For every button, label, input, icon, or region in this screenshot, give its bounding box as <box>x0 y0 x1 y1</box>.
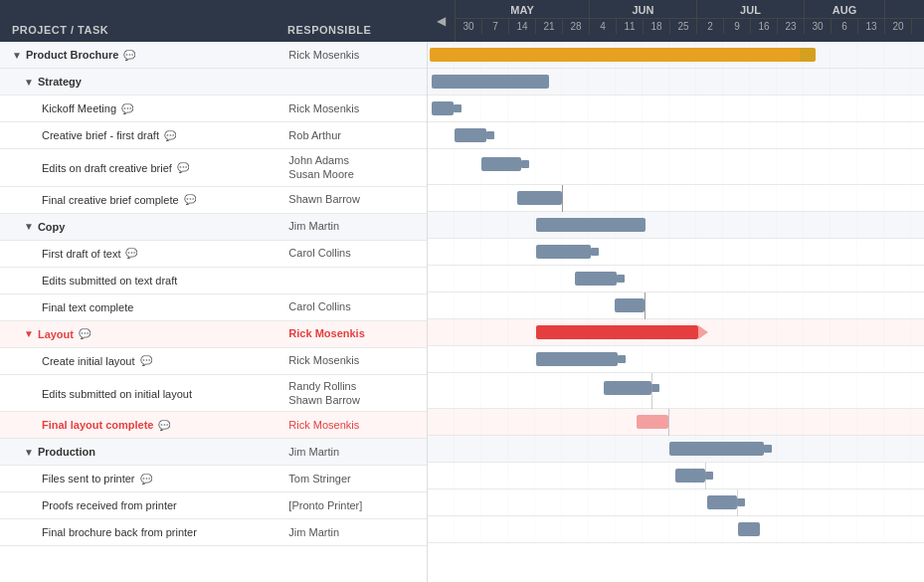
resp-layout: Rick Mosenkis <box>282 322 427 344</box>
task-col-production: ▼ Production <box>0 442 282 462</box>
date-20: 20 <box>885 19 912 34</box>
bar-strategy <box>432 75 549 89</box>
task-col-copy: ▼ Copy <box>0 217 282 237</box>
row-production: ▼ Production Jim Martin <box>0 439 427 466</box>
resp-first-draft-text: Carol Collins <box>282 242 427 264</box>
task-col-creative-brief: Creative brief - first draft 💬 <box>0 125 282 145</box>
month-jun: JUN <box>590 0 697 18</box>
task-name-create-layout: Create initial layout <box>42 355 135 367</box>
bar-edits-submitted-tab <box>617 275 625 283</box>
trow-product-brochure <box>428 42 924 69</box>
row-product-brochure: ▼ Product Brochure 💬 Rick Mosenkis <box>0 42 427 69</box>
resp-final-brochure: Jim Martin <box>282 521 427 543</box>
row-strategy: ▼ Strategy <box>0 69 427 96</box>
date-30-jul: 30 <box>805 19 832 34</box>
bar-layout-end <box>698 325 708 339</box>
comment-icon-edits-draft[interactable]: 💬 <box>177 162 189 173</box>
resp-edits-submitted <box>282 277 427 285</box>
comment-icon-create-layout[interactable]: 💬 <box>140 355 152 366</box>
nav-left-button[interactable]: ◀ <box>428 0 456 42</box>
expand-strategy[interactable]: ▼ <box>24 77 34 88</box>
expand-production[interactable]: ▼ <box>24 447 34 458</box>
bar-copy <box>536 218 646 232</box>
expand-product-brochure[interactable]: ▼ <box>12 50 22 61</box>
resp-production: Jim Martin <box>282 441 427 463</box>
resp-strategy <box>282 78 427 86</box>
bar-first-draft-text <box>536 245 591 259</box>
row-final-brochure: Final brochure back from printer Jim Mar… <box>0 519 427 546</box>
bar-proofs-tab <box>737 498 745 506</box>
trow-edits-submitted <box>428 266 924 292</box>
bar-production-tab <box>764 445 772 453</box>
bar-final-creative <box>517 191 562 205</box>
task-name-strategy: Strategy <box>38 76 82 88</box>
row-layout: ▼ Layout 💬 Rick Mosenkis <box>0 321 427 348</box>
bar-edits-draft-tab <box>521 160 529 168</box>
task-col-proofs: Proofs received from printer <box>0 495 282 515</box>
connector-proofs <box>737 489 738 516</box>
trow-creative-brief <box>428 122 924 149</box>
row-edits-draft: Edits on draft creative brief 💬 John Ada… <box>0 149 427 187</box>
expand-copy[interactable]: ▼ <box>24 221 34 232</box>
bar-edits-submitted <box>575 272 617 286</box>
row-final-layout: Final layout complete 💬 Rick Mosenkis <box>0 412 427 439</box>
task-col-create-layout: Create initial layout 💬 <box>0 351 282 371</box>
trow-edits-layout <box>428 373 924 409</box>
bar-final-text <box>615 298 645 312</box>
connector-final-creative <box>562 185 563 212</box>
comment-icon-kickoff[interactable]: 💬 <box>121 103 133 114</box>
resp-product-brochure: Rick Mosenkis <box>282 44 427 66</box>
row-create-layout: Create initial layout 💬 Rick Mosenkis <box>0 348 427 375</box>
task-name-files-printer: Files sent to printer <box>42 473 135 485</box>
task-col-edits-submitted: Edits submitted on text draft <box>0 271 282 291</box>
comment-icon-final-creative[interactable]: 💬 <box>184 194 196 205</box>
trow-kickoff <box>428 96 924 122</box>
connector-final-layout <box>668 409 669 436</box>
month-jul: JUL <box>697 0 805 18</box>
trow-edits-draft <box>428 149 924 185</box>
task-col-first-draft-text: First draft of text 💬 <box>0 244 282 264</box>
row-kickoff: Kickoff Meeting 💬 Rick Mosenkis <box>0 96 427 122</box>
task-name-copy: Copy <box>38 221 66 233</box>
comment-icon-files-printer[interactable]: 💬 <box>140 474 152 485</box>
row-edits-submitted: Edits submitted on text draft <box>0 268 427 294</box>
date-7: 7 <box>482 19 509 34</box>
task-col-files-printer: Files sent to printer 💬 <box>0 469 282 488</box>
resp-final-text: Carol Collins <box>282 295 427 317</box>
date-18: 18 <box>644 19 670 34</box>
bar-product-brochure-end <box>800 48 816 62</box>
row-files-printer: Files sent to printer 💬 Tom Stringer <box>0 466 427 492</box>
bar-proofs <box>707 495 737 509</box>
task-name-production: Production <box>38 446 95 458</box>
comment-icon-final-layout[interactable]: 💬 <box>158 420 170 431</box>
gantt-header: PROJECT / TASK RESPONSIBLE ◀ MAY JUN JUL… <box>0 0 924 42</box>
bar-edits-draft <box>481 157 521 171</box>
trow-final-brochure <box>428 516 924 543</box>
task-name-first-draft-text: First draft of text <box>42 248 120 260</box>
col-resp-header: RESPONSIBLE <box>287 24 428 36</box>
date-11: 11 <box>617 19 644 34</box>
trow-strategy <box>428 69 924 96</box>
resp-copy: Jim Martin <box>282 215 427 237</box>
task-name-final-brochure: Final brochure back from printer <box>42 526 197 538</box>
task-col-layout: ▼ Layout 💬 <box>0 324 282 344</box>
resp-files-printer: Tom Stringer <box>282 468 427 489</box>
task-name-final-layout: Final layout complete <box>42 419 153 431</box>
comment-icon-creative-brief[interactable]: 💬 <box>164 130 176 141</box>
date-25: 25 <box>670 19 697 34</box>
task-col-kickoff: Kickoff Meeting 💬 <box>0 98 282 118</box>
connector-edits-layout <box>651 373 652 409</box>
task-name-layout: Layout <box>38 328 74 340</box>
month-row: MAY JUN JUL AUG <box>456 0 924 19</box>
row-edits-layout: Edits submitted on initial layout Randy … <box>0 375 427 413</box>
comment-icon-product-brochure[interactable]: 💬 <box>123 50 135 61</box>
row-creative-brief: Creative brief - first draft 💬 Rob Arthu… <box>0 122 427 149</box>
bar-production <box>669 442 764 456</box>
date-2: 2 <box>697 19 724 34</box>
expand-layout[interactable]: ▼ <box>24 328 34 339</box>
comment-icon-first-draft-text[interactable]: 💬 <box>125 248 137 259</box>
trow-production <box>428 436 924 463</box>
task-col-final-creative: Final creative brief complete 💬 <box>0 190 282 210</box>
bar-creative-brief <box>455 128 486 142</box>
comment-icon-layout[interactable]: 💬 <box>79 328 91 339</box>
